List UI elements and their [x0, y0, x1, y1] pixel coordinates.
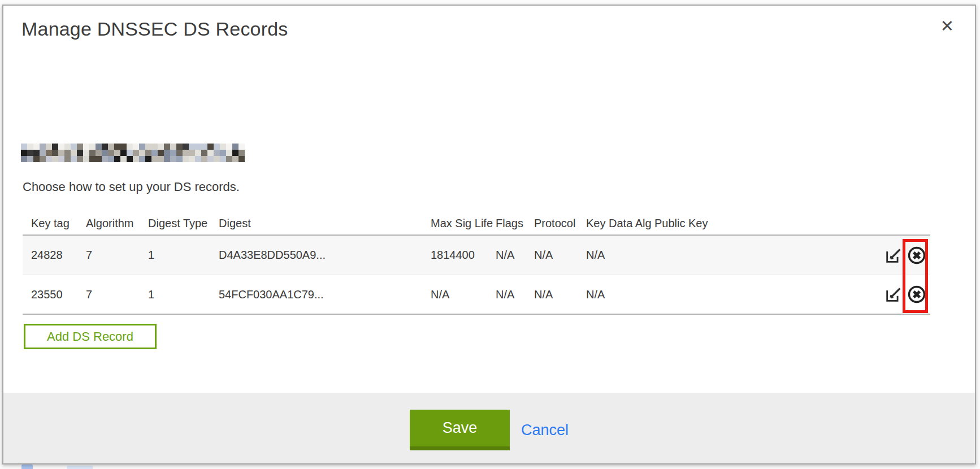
manage-dnssec-modal: Manage DNSSEC DS Records ✕ Choose how to… [2, 5, 976, 464]
add-ds-record-button[interactable]: Add DS Record [24, 324, 157, 349]
delete-record-icon[interactable] [906, 284, 927, 305]
table-header-row: Key tag Algorithm Digest Type Digest Max… [23, 212, 930, 236]
cancel-link[interactable]: Cancel [521, 421, 569, 439]
cell-key-tag: 23550 [31, 288, 86, 301]
page-behind-decoration [67, 466, 93, 469]
cell-digest: D4A33E8DD550A9... [219, 249, 431, 262]
col-header-algorithm: Algorithm [86, 217, 148, 230]
cell-algorithm: 7 [86, 249, 148, 262]
ds-records-table: Key tag Algorithm Digest Type Digest Max… [23, 212, 930, 315]
cell-flags: N/A [496, 249, 534, 262]
instruction-text: Choose how to set up your DS records. [23, 180, 240, 194]
col-header-digest: Digest [219, 217, 431, 230]
delete-record-icon[interactable] [906, 245, 927, 266]
cell-max-sig-life: N/A [431, 288, 496, 301]
col-header-key-data-alg: Key Data Alg [586, 217, 654, 230]
page-behind-decoration [21, 464, 33, 469]
col-header-max-sig-life: Max Sig Life [431, 217, 496, 230]
col-header-protocol: Protocol [534, 217, 586, 230]
page-title: Manage DNSSEC DS Records [21, 18, 288, 40]
save-button[interactable]: Save [410, 410, 510, 450]
cell-digest-type: 1 [148, 288, 219, 301]
cell-algorithm: 7 [86, 288, 148, 301]
edit-record-icon[interactable] [883, 245, 904, 266]
cell-protocol: N/A [534, 288, 586, 301]
table-row: 24828 7 1 D4A33E8DD550A9... 1814400 N/A … [23, 236, 930, 275]
cell-max-sig-life: 1814400 [431, 249, 496, 262]
domain-name-redacted [21, 144, 245, 162]
col-header-key-tag: Key tag [31, 217, 86, 230]
close-icon[interactable]: ✕ [936, 15, 959, 37]
cell-key-data-alg: N/A [586, 249, 654, 262]
cell-digest: 54FCF030AA1C79... [219, 288, 431, 301]
cell-key-data-alg: N/A [586, 288, 654, 301]
col-header-public-key: Public Key [654, 217, 883, 230]
cell-protocol: N/A [534, 249, 586, 262]
edit-record-icon[interactable] [883, 284, 904, 305]
col-header-flags: Flags [496, 217, 534, 230]
table-row: 23550 7 1 54FCF030AA1C79... N/A N/A N/A … [23, 275, 930, 315]
cell-key-tag: 24828 [31, 249, 86, 262]
cell-digest-type: 1 [148, 249, 219, 262]
col-header-digest-type: Digest Type [148, 217, 219, 230]
cell-flags: N/A [496, 288, 534, 301]
